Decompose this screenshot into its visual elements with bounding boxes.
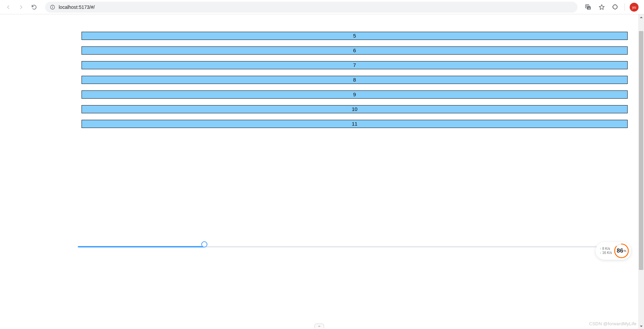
- translate-icon: [585, 4, 591, 11]
- list-item-label: 10: [352, 106, 357, 112]
- scroll-up-arrow[interactable]: [638, 14, 644, 20]
- address-bar[interactable]: localhost:5173/#/: [45, 2, 577, 13]
- progress-ring-icon: [614, 243, 629, 258]
- list-item: 7: [82, 61, 628, 69]
- toolbar-separator: [625, 3, 625, 11]
- list-item-label: 5: [353, 33, 356, 39]
- toolbar-right: yu: [584, 3, 641, 12]
- arrow-left-icon: [5, 4, 11, 10]
- puzzle-icon: [612, 4, 619, 11]
- scroll-thumb[interactable]: [639, 31, 643, 270]
- list-item-label: 8: [353, 77, 356, 83]
- slider-track: [78, 246, 627, 247]
- upload-speed: 8 K/s: [600, 247, 612, 251]
- reload-button[interactable]: [29, 2, 39, 12]
- download-speed: 16 K/s: [600, 251, 612, 255]
- list-item: 5: [82, 32, 628, 40]
- site-info-icon[interactable]: [50, 4, 55, 10]
- bookmark-button[interactable]: [597, 3, 606, 12]
- profile-avatar[interactable]: yu: [630, 3, 639, 12]
- forward-button[interactable]: [16, 2, 26, 12]
- page-viewport: 5 6 7 8 9 10 11 8 K/s 1: [0, 14, 644, 329]
- arrow-right-icon: [18, 4, 24, 10]
- star-icon: [598, 4, 605, 11]
- browser-chrome: localhost:5173/#/ yu: [0, 0, 644, 14]
- slider[interactable]: [78, 244, 627, 250]
- network-speeds: 8 K/s 16 K/s: [600, 247, 612, 255]
- list-item: 9: [82, 90, 628, 99]
- list-item: 11: [82, 120, 628, 128]
- scroll-down-arrow[interactable]: [638, 323, 644, 329]
- chevron-down-icon: [317, 325, 322, 328]
- list-item-label: 6: [353, 47, 356, 53]
- network-widget[interactable]: 8 K/s 16 K/s 86%: [596, 242, 631, 260]
- back-button[interactable]: [3, 2, 13, 12]
- list-item-label: 7: [353, 62, 356, 68]
- list-item: 6: [82, 46, 628, 55]
- list-item: 10: [82, 105, 628, 113]
- page-content: 5 6 7 8 9 10 11: [0, 14, 638, 329]
- caret-down-icon: [640, 325, 643, 328]
- reload-icon: [31, 4, 37, 10]
- collapse-handle[interactable]: [314, 324, 324, 328]
- slider-fill: [78, 246, 204, 247]
- watermark-text: CSDN @forwardMyLife: [589, 321, 636, 326]
- network-percent-circle: 86%: [614, 243, 629, 258]
- avatar-label: yu: [632, 5, 636, 9]
- list-item-label: 9: [353, 91, 356, 97]
- caret-up-icon: [640, 16, 643, 19]
- list-container: 5 6 7 8 9 10 11: [82, 32, 628, 134]
- svg-point-6: [615, 244, 628, 258]
- address-bar-url: localhost:5173/#/: [59, 4, 95, 10]
- slider-handle[interactable]: [201, 241, 207, 247]
- extensions-button[interactable]: [611, 3, 620, 12]
- list-item: 8: [82, 76, 628, 84]
- list-item-label: 11: [352, 121, 357, 127]
- translate-button[interactable]: [584, 3, 592, 12]
- vertical-scrollbar[interactable]: [638, 14, 644, 329]
